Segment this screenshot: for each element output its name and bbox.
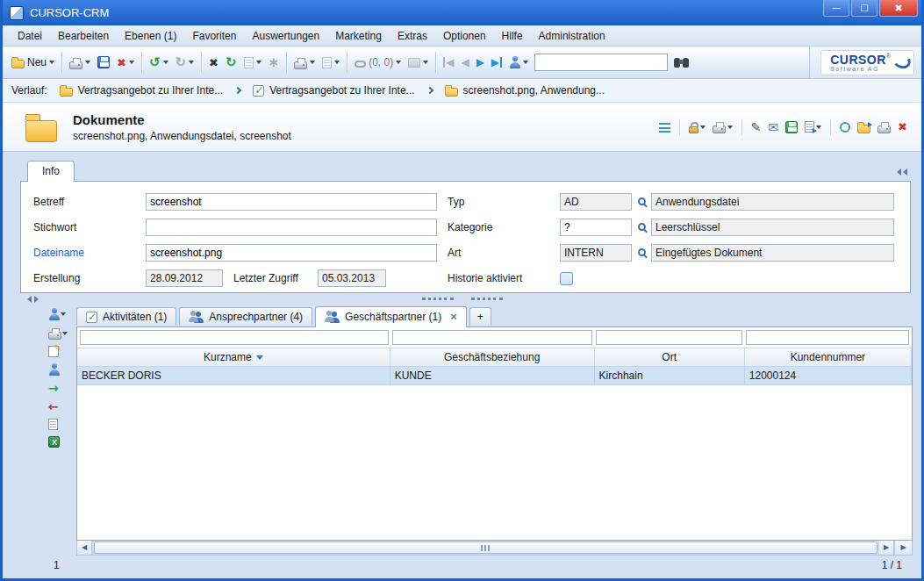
- menu-favoriten[interactable]: Favoriten: [184, 27, 244, 45]
- add-tab-button[interactable]: +: [469, 307, 491, 326]
- history-item-3[interactable]: screenshot.png, Anwendung...: [441, 82, 608, 98]
- kategorie-code-input[interactable]: [560, 219, 632, 236]
- email-button[interactable]: ✉: [768, 121, 778, 133]
- close-tab-icon[interactable]: ×: [450, 310, 457, 323]
- toolbar-separator: [347, 52, 347, 73]
- scrollbar-track[interactable]: [92, 541, 879, 555]
- menu-extras[interactable]: Extras: [390, 27, 435, 45]
- note-button[interactable]: [47, 345, 76, 358]
- attach-button[interactable]: [240, 54, 265, 71]
- refresh-button[interactable]: ↻: [222, 54, 240, 72]
- table-row[interactable]: BECKER DORIS KUNDE Kirchhain 12000124: [77, 367, 912, 385]
- nav-prev-button[interactable]: ◀: [457, 54, 472, 70]
- image-button[interactable]: [405, 55, 432, 70]
- contact-button[interactable]: [47, 362, 76, 377]
- new-button[interactable]: Neu: [8, 54, 58, 71]
- print-button[interactable]: [66, 54, 94, 72]
- art-lookup-button[interactable]: [632, 244, 651, 262]
- kategorie-lookup-button[interactable]: [632, 219, 651, 236]
- splitter-collapse-buttons[interactable]: [27, 296, 39, 303]
- remove-button[interactable]: ✖: [205, 54, 222, 71]
- splitter[interactable]: [10, 293, 914, 305]
- menu-hilfe[interactable]: Hilfe: [494, 27, 531, 45]
- menu-datei[interactable]: Datei: [10, 27, 50, 45]
- dateiname-link[interactable]: Dateiname: [33, 247, 146, 259]
- column-header-ort[interactable]: Ort: [595, 348, 745, 366]
- print-list-button[interactable]: [290, 54, 319, 72]
- horizontal-scrollbar[interactable]: ◀ ▶ ▶: [76, 541, 913, 556]
- send-document-button[interactable]: [319, 54, 343, 71]
- print-document-button[interactable]: [877, 120, 891, 133]
- delete-record-button[interactable]: ✖: [898, 121, 907, 133]
- menu-administration[interactable]: Administration: [531, 27, 613, 45]
- column-header-kurzname[interactable]: Kurzname: [77, 348, 390, 366]
- tab-info[interactable]: Info: [27, 161, 75, 182]
- chevron-down-icon: [62, 332, 68, 335]
- export-document-button[interactable]: [805, 121, 821, 133]
- actions-separator: [741, 119, 742, 135]
- historie-checkbox[interactable]: [560, 272, 573, 285]
- filter-input-kundennummer[interactable]: [746, 330, 909, 345]
- art-code-field: INTERN: [560, 244, 632, 262]
- history-item-2[interactable]: Vertragsangebot zu Ihrer Inte...: [249, 82, 418, 98]
- quick-search-input[interactable]: [534, 54, 668, 71]
- web-button[interactable]: [840, 122, 850, 133]
- scroll-left-button[interactable]: ◀: [77, 541, 92, 555]
- dateiname-input[interactable]: [146, 244, 437, 262]
- breadcrumb-separator-icon: [234, 87, 241, 94]
- tab-geschaeftspartner[interactable]: Geschäftspartner (1) ×: [315, 306, 467, 327]
- export-button[interactable]: →: [47, 381, 76, 395]
- printer-icon: [294, 61, 307, 69]
- document-button[interactable]: [47, 418, 76, 431]
- import-button[interactable]: ←: [47, 399, 76, 413]
- nav-first-button[interactable]: ◀: [440, 54, 457, 70]
- column-label: Ort: [662, 351, 677, 363]
- excel-export-button[interactable]: [47, 435, 76, 448]
- filter-input-geschaeftsbeziehung[interactable]: [392, 330, 593, 345]
- search-button[interactable]: [670, 55, 692, 70]
- delete-button[interactable]: ✖: [113, 54, 138, 71]
- views-button[interactable]: [659, 121, 670, 133]
- menu-marketing[interactable]: Marketing: [327, 27, 390, 45]
- tab-ansprechpartner[interactable]: Ansprechpartner (4): [179, 307, 312, 326]
- history-item-1[interactable]: Vertragsangebot zu Ihrer Inte...: [56, 82, 226, 98]
- collapse-panel-button[interactable]: [897, 169, 907, 176]
- asterisk-icon: ∗: [269, 56, 280, 69]
- print-table-button[interactable]: [47, 326, 76, 341]
- betreff-input[interactable]: [146, 193, 437, 211]
- search-person-button[interactable]: [505, 54, 532, 71]
- typ-lookup-button[interactable]: [632, 193, 651, 211]
- close-button[interactable]: ✖: [879, 0, 918, 17]
- menu-ebenen[interactable]: Ebenen (1): [117, 27, 184, 45]
- forward-button[interactable]: ↻: [172, 54, 198, 72]
- save-button[interactable]: [94, 54, 113, 71]
- scroll-right-button[interactable]: ▶: [879, 541, 894, 555]
- nav-next-button[interactable]: ▶: [473, 54, 488, 70]
- column-header-kundennummer[interactable]: Kundennummer: [745, 348, 912, 366]
- minimize-button[interactable]: —: [823, 0, 849, 17]
- coordinates-button[interactable]: (0, 0): [351, 54, 405, 71]
- scrollbar-thumb[interactable]: [94, 542, 877, 554]
- chevron-down-icon: [256, 61, 261, 64]
- person-menu-button[interactable]: [47, 307, 76, 321]
- back-icon: ↺: [149, 56, 161, 69]
- print-record-button[interactable]: [713, 120, 733, 133]
- back-button[interactable]: ↺: [146, 54, 172, 72]
- column-header-geschaeftsbeziehung[interactable]: Geschäftsbeziehung: [390, 348, 595, 366]
- menu-optionen[interactable]: Optionen: [435, 27, 494, 45]
- checkout-button[interactable]: [857, 121, 870, 133]
- document-icon: [48, 419, 58, 430]
- filter-input-kurzname[interactable]: [80, 330, 389, 345]
- tab-aktivitaeten[interactable]: Aktivitäten (1): [76, 307, 176, 326]
- filter-input-ort[interactable]: [596, 330, 742, 345]
- expand-panel-button[interactable]: ▶: [894, 541, 912, 555]
- edit-button[interactable]: ✎: [751, 121, 762, 133]
- lock-button[interactable]: [689, 120, 706, 133]
- menu-bearbeiten[interactable]: Bearbeiten: [50, 27, 117, 45]
- stichwort-input[interactable]: [146, 219, 437, 236]
- wizard-button[interactable]: ∗: [265, 54, 283, 72]
- maximize-button[interactable]: □: [851, 0, 877, 17]
- save-record-button[interactable]: [785, 121, 798, 133]
- nav-last-button[interactable]: ▶: [488, 54, 505, 70]
- menu-auswertungen[interactable]: Auswertungen: [244, 27, 327, 45]
